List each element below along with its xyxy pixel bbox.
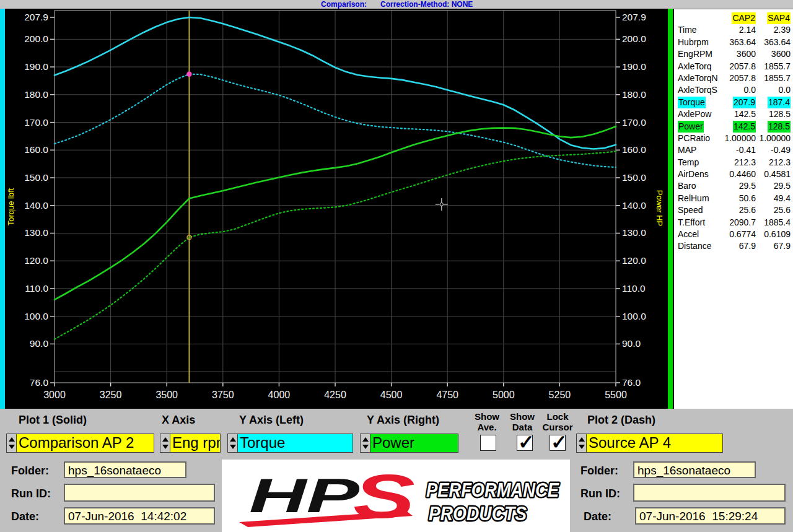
xaxis-label: X Axis [162, 414, 195, 427]
lock-cursor-checkbox[interactable] [550, 435, 566, 451]
table-row: AxlePow142.5128.5 [678, 108, 791, 120]
table-row: Speed25.625.6 [678, 204, 791, 216]
control-panel: Plot 1 (Solid) Comparison AP 2 X Axis En… [0, 409, 793, 532]
plot2-combo[interactable]: Source AP 4 [576, 434, 723, 453]
folder-field-right[interactable]: hps_16sonataeco [633, 461, 756, 478]
yaxis-left-combo[interactable]: Torque [227, 434, 353, 453]
spinner-down-icon[interactable] [230, 445, 236, 449]
table-row: Distance67.967.9 [678, 240, 791, 252]
xaxis-spinner[interactable] [160, 434, 170, 453]
table-row: Accel0.67740.6109 [678, 229, 791, 240]
spinner-up-icon[interactable] [9, 437, 15, 442]
x-axis-tick-label: 5000 [493, 390, 515, 400]
date-field-left[interactable]: 07-Jun-2016 14:42:02 [64, 507, 215, 525]
xaxis-value-field[interactable]: Eng rpm [170, 434, 221, 453]
xaxis-combo[interactable]: Eng rpm [160, 434, 221, 453]
right-axis-tick-label: 207.9 [622, 12, 646, 22]
plot1-spinner[interactable] [6, 434, 17, 453]
yaxis-right-value-field[interactable]: Power [370, 434, 458, 453]
right-axis-tick-label: 110.0 [622, 283, 646, 294]
date-label-left: Date: [11, 510, 39, 523]
right-axis-tick-label: 100.0 [622, 311, 646, 321]
show-ave-checkbox[interactable] [480, 435, 496, 451]
runid-field-right[interactable] [633, 484, 786, 502]
plot2-spinner[interactable] [576, 434, 587, 453]
dyno-chart-area[interactable]: 207.9207.9200.0200.0190.0190.0180.0180.0… [0, 9, 673, 409]
date-field-right[interactable]: 07-Jun-2016 15:29:24 [635, 507, 786, 525]
plot1-combo[interactable]: Comparison AP 2 [6, 434, 154, 453]
runid-field-left[interactable] [64, 484, 215, 502]
right-axis-tick-label: 140.0 [622, 200, 646, 211]
x-axis-tick-label: 5500 [605, 390, 627, 400]
yaxis-right-combo[interactable]: Power [360, 434, 458, 453]
spinner-down-icon[interactable] [9, 445, 15, 449]
left-axis-tick-label: 160.0 [24, 144, 48, 155]
left-axis-tick-label: 76.0 [30, 377, 49, 388]
right-axis-tick-label: 160.0 [622, 144, 646, 155]
title-bar: Comparison: Correction-Method: NONE [0, 0, 793, 9]
dyno-app-window: Comparison: Correction-Method: NONE 207.… [0, 0, 793, 532]
table-row: Temp212.3212.3 [678, 157, 791, 168]
left-axis-tick-label: 170.0 [24, 117, 48, 128]
left-axis-tick-label: 190.0 [24, 61, 48, 72]
spinner-up-icon[interactable] [362, 437, 369, 442]
table-row: Power142.5128.5 [678, 121, 791, 133]
spinner-down-icon[interactable] [579, 445, 585, 449]
x-axis-tick-label: 4750 [436, 390, 458, 400]
table-row: CAP2SAP4 [678, 12, 791, 24]
x-axis-tick-label: 4000 [268, 390, 291, 400]
cursor-marker [187, 72, 191, 76]
x-axis-tick-label: 3500 [156, 390, 178, 400]
x-axis-tick-label: 3250 [100, 390, 122, 400]
runid-label-right: Run ID: [581, 487, 620, 500]
left-axis-tick-label: 90.0 [30, 338, 49, 349]
left-axis-tick-label: 180.0 [24, 89, 48, 100]
dyno-chart-plot[interactable]: 207.9207.9200.0200.0190.0190.0180.0180.0… [0, 9, 673, 409]
live-data-panel: CAP2SAP4Time2.142.39Hubrpm363.64363.64En… [673, 9, 793, 409]
table-row: Time2.142.39 [678, 24, 791, 36]
right-axis-tick-label: 120.0 [622, 255, 646, 266]
left-axis-tick-label: 130.0 [24, 227, 48, 238]
logo-performance-text: PERFORMANCE [426, 479, 559, 501]
left-axis-color-stripe [0, 9, 5, 409]
folder-label-left: Folder: [11, 464, 49, 477]
right-axis-color-stripe [668, 9, 673, 409]
right-axis-tick-label: 180.0 [622, 89, 646, 100]
spinner-down-icon[interactable] [362, 445, 369, 449]
x-axis-tick-label: 5250 [549, 390, 571, 400]
yaxis-right-spinner[interactable] [360, 434, 370, 453]
spinner-up-icon[interactable] [230, 437, 236, 442]
yaxis-left-value-field[interactable]: Torque [238, 434, 353, 453]
table-row: AirDens0.44600.4581 [678, 168, 791, 180]
left-axis-tick-label: 100.0 [24, 311, 48, 321]
yaxis-right-label: Y Axis (Right) [367, 414, 439, 427]
folder-field-left[interactable]: hps_16sonataeco [64, 461, 186, 478]
plot1-value-field[interactable]: Comparison AP 2 [17, 434, 154, 453]
left-axis-tick-label: 120.0 [24, 255, 48, 266]
date-label-right: Date: [584, 510, 611, 523]
spinner-down-icon[interactable] [162, 445, 169, 449]
logo-hp-text: HP [249, 468, 361, 523]
table-row: AxleTorqN2057.81855.7 [678, 72, 791, 84]
table-row: MAP-0.41-0.49 [678, 144, 791, 156]
right-axis-tick-label: 90.0 [622, 338, 641, 349]
left-axis-title: Torque lbft [6, 188, 15, 225]
x-axis-tick-label: 3000 [43, 390, 66, 400]
show-ave-label: Show Ave. [468, 411, 506, 432]
yaxis-left-label: Y Axis (Left) [239, 414, 304, 427]
left-axis-tick-label: 110.0 [25, 283, 48, 294]
spinner-up-icon[interactable] [162, 437, 169, 442]
right-axis-tick-label: 150.0 [622, 172, 646, 183]
hps-logo: HP S PERFORMANCE PRODUCTS [222, 460, 570, 532]
right-axis-tick-label: 190.0 [622, 61, 646, 72]
x-axis-tick-label: 3750 [212, 390, 234, 400]
x-axis-tick-label: 4250 [324, 390, 346, 400]
table-row: Baro29.529.5 [678, 180, 791, 192]
show-data-checkbox[interactable] [517, 435, 533, 451]
lock-cursor-label: Lock Cursor [538, 411, 577, 432]
yaxis-left-spinner[interactable] [227, 434, 238, 453]
spinner-up-icon[interactable] [579, 437, 585, 442]
table-row: EngRPM36003600 [678, 48, 791, 60]
right-axis-tick-label: 200.0 [622, 33, 646, 44]
plot2-value-field[interactable]: Source AP 4 [587, 434, 723, 453]
